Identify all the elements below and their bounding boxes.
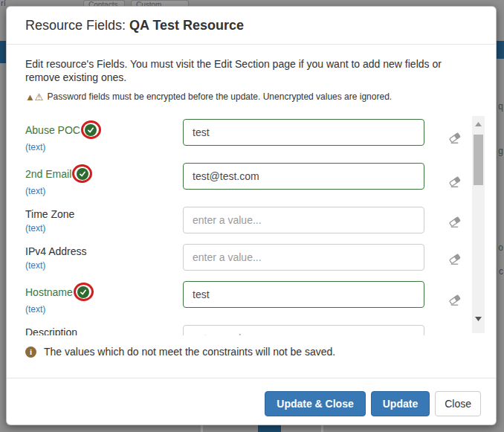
eraser-icon[interactable] xyxy=(448,293,462,310)
update-and-close-button[interactable]: Update & Close xyxy=(265,391,365,416)
clear-field-cell xyxy=(448,119,462,152)
field-label: Hostname xyxy=(25,283,183,301)
field-input-cell xyxy=(183,281,424,308)
check-icon xyxy=(77,168,88,180)
intro-text: Edit resource's Fields. You must visit t… xyxy=(25,57,479,84)
clear-field-cell xyxy=(448,207,462,233)
field-row: 2nd Email(text) xyxy=(25,163,485,196)
field-label-text: Hostname xyxy=(25,286,73,298)
field-input-hostname[interactable] xyxy=(183,281,424,308)
field-input-time-zone[interactable] xyxy=(183,207,424,233)
field-row: IPv4 Address(text) xyxy=(25,244,485,271)
annotation-circle xyxy=(72,164,92,183)
check-icon xyxy=(77,286,89,298)
info-icon: i xyxy=(25,346,36,358)
field-row: Time Zone(text) xyxy=(25,207,485,233)
background-divider xyxy=(321,425,323,432)
field-label-cell: IPv4 Address(text) xyxy=(25,244,183,271)
background-edge-letter: c xyxy=(499,266,503,277)
field-label: Abuse POC xyxy=(25,120,183,139)
field-row: Description(textarea) xyxy=(25,325,485,335)
background-navy-band-left xyxy=(0,41,6,63)
field-label: IPv4 Address xyxy=(25,245,183,257)
modal-title-resource-name: QA Test Resource xyxy=(129,18,244,33)
field-type-label: (text) xyxy=(25,142,183,152)
clear-field-cell xyxy=(448,163,462,196)
field-label-text: Time Zone xyxy=(25,208,74,220)
field-type-label: (text) xyxy=(25,223,183,233)
eraser-icon[interactable] xyxy=(448,131,462,148)
field-input-description[interactable] xyxy=(183,325,424,335)
clear-field-cell xyxy=(448,244,462,271)
field-label-cell: 2nd Email(text) xyxy=(25,163,183,196)
constraints-info: i The values which do not meet the const… xyxy=(25,346,479,358)
background-edge-letter: o xyxy=(498,242,503,253)
scrollbar[interactable] xyxy=(472,116,485,333)
field-input-2nd-email[interactable] xyxy=(183,163,424,190)
close-button[interactable]: Close xyxy=(435,391,481,416)
field-label-text: Description xyxy=(25,326,77,335)
check-icon xyxy=(85,124,97,136)
field-label: Time Zone xyxy=(25,208,183,220)
field-label-cell: Time Zone(text) xyxy=(25,207,183,233)
field-label: 2nd Email xyxy=(25,164,183,183)
field-label-text: Abuse POC xyxy=(25,124,80,136)
field-input-cell xyxy=(183,207,424,233)
warning-triangle-icon: ▲︎​⚠︎ xyxy=(25,92,44,102)
field-label-text: IPv4 Address xyxy=(25,245,87,257)
scrollbar-up-arrow[interactable] xyxy=(472,119,485,129)
field-label-cell: Description(textarea) xyxy=(25,325,183,335)
field-row: Abuse POC(text) xyxy=(25,119,485,152)
eraser-icon[interactable] xyxy=(448,175,462,192)
background-divider xyxy=(201,425,203,432)
scrollbar-down-arrow[interactable] xyxy=(472,314,485,324)
field-input-ipv4-address[interactable] xyxy=(183,244,424,271)
field-input-cell xyxy=(183,325,424,335)
field-input-cell xyxy=(183,119,424,146)
resource-fields-modal: Resource Fields:QA Test Resource Edit re… xyxy=(6,6,497,425)
fields-list: Abuse POC(text)2nd Email(text)Time Zone(… xyxy=(25,119,485,335)
field-type-label: (text) xyxy=(25,304,183,315)
field-input-abuse-poc[interactable] xyxy=(183,119,424,146)
field-label: Description xyxy=(25,326,183,335)
background-navy-band-right xyxy=(497,41,504,59)
password-warning: ▲︎​⚠︎ Password fields must be encrypted … xyxy=(25,91,479,102)
annotation-circle xyxy=(74,283,94,301)
background-edge-letter: q xyxy=(498,101,503,112)
eraser-icon[interactable] xyxy=(448,252,462,269)
field-type-label: (text) xyxy=(25,260,183,271)
update-button[interactable]: Update xyxy=(371,391,430,416)
annotation-circle xyxy=(81,120,101,139)
field-label-cell: Abuse POC(text) xyxy=(25,119,183,152)
modal-title: Resource Fields: xyxy=(25,18,126,33)
field-input-cell xyxy=(183,244,424,271)
eraser-icon[interactable] xyxy=(448,215,462,232)
background-text-fragment: rí xyxy=(1,0,6,7)
fields-scroll-area: Abuse POC(text)2nd Email(text)Time Zone(… xyxy=(25,114,485,335)
background-navy-block-bottom xyxy=(258,425,281,432)
field-type-label: (text) xyxy=(25,186,183,196)
field-input-cell xyxy=(183,163,424,190)
modal-body: Edit resource's Fields. You must visit t… xyxy=(7,45,496,378)
modal-header: Resource Fields:QA Test Resource xyxy=(7,7,496,45)
clear-field-cell xyxy=(448,281,462,315)
constraints-info-text: The values which do not meet the constra… xyxy=(44,346,335,358)
modal-footer: Update & Close Update Close xyxy=(7,378,496,425)
field-row: Hostname(text) xyxy=(25,281,485,315)
password-warning-text: Password fields must be encrypted before… xyxy=(48,91,392,102)
field-label-text: 2nd Email xyxy=(25,168,71,180)
background-edge-letter: g xyxy=(498,146,503,156)
scrollbar-thumb[interactable] xyxy=(474,135,483,185)
field-label-cell: Hostname(text) xyxy=(25,281,183,315)
